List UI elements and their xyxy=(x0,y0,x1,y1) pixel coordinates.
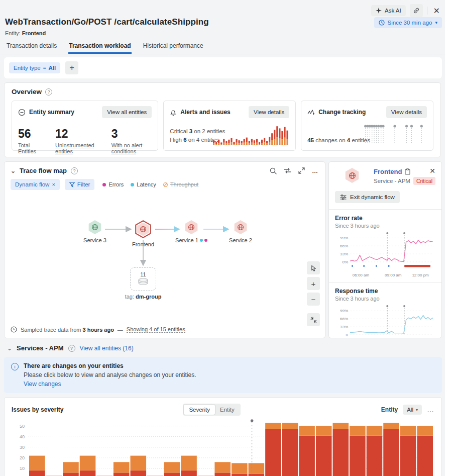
entity-summary-card: Entity summary View all entities 56Total… xyxy=(12,101,158,151)
hexagon-icon xyxy=(234,220,248,234)
change-tracking-card: Change tracking View details 45 changes … xyxy=(301,101,433,151)
add-filter-button[interactable]: + xyxy=(65,61,78,74)
clipboard-icon[interactable] xyxy=(405,168,410,175)
help-icon[interactable]: ? xyxy=(45,88,52,96)
collapse-chevron-icon[interactable]: ⌄ xyxy=(11,167,16,174)
entity-type-filter-chip[interactable]: Entity type = All xyxy=(9,62,60,73)
pointer-tool-button[interactable] xyxy=(307,261,320,274)
entity-filter-label: Entity xyxy=(381,406,398,413)
change-tracking-pin-chart xyxy=(362,123,428,146)
svg-text:0%: 0% xyxy=(342,260,348,264)
stat-label[interactable]: Uninstrumented entities xyxy=(55,142,96,154)
flow-legend: ErrorsLatencyThroughput xyxy=(102,181,198,187)
panel-entity-name[interactable]: Frontend xyxy=(374,168,402,175)
funnel-icon xyxy=(69,182,75,187)
toggle-entity[interactable]: Entity xyxy=(215,405,240,415)
close-button[interactable]: ✕ xyxy=(431,5,442,17)
alerts-mini-chart xyxy=(213,124,289,145)
svg-text:99%: 99% xyxy=(340,236,348,240)
plus-icon: + xyxy=(70,63,74,72)
chart-more-button[interactable]: … xyxy=(427,406,434,414)
zoom-out-button[interactable]: − xyxy=(307,293,320,306)
ask-ai-button[interactable]: Ask AI xyxy=(371,5,406,16)
search-icon[interactable] xyxy=(270,167,277,174)
change-tracking-view-details-button[interactable]: View details xyxy=(386,106,427,118)
filter-chip[interactable]: Filter xyxy=(65,179,95,190)
severity-label: Critical xyxy=(170,128,189,134)
bell-icon xyxy=(170,109,177,116)
chip-close-icon[interactable]: × xyxy=(52,181,55,187)
entity-summary-icon xyxy=(18,109,26,116)
entity-filter-select[interactable]: All ▾ xyxy=(403,405,422,415)
legend-item-errors[interactable]: Errors xyxy=(102,181,124,187)
alerts-issues-card: Alerts and issues View details Critical … xyxy=(163,101,296,151)
flow-node-service-3[interactable]: Service 3 xyxy=(71,220,119,244)
flow-node-frontend[interactable]: Frontend xyxy=(119,220,167,248)
critical-badge: Critical xyxy=(413,177,435,185)
showing-entities-link[interactable]: Showing 4 of 15 entities xyxy=(127,326,185,333)
entity-summary-stats: 56Total Entities12Uninstrumented entitie… xyxy=(18,127,152,154)
entity-label: Entity: xyxy=(5,30,21,36)
flow-canvas[interactable]: Service 3FrontendService 1Service 211tag… xyxy=(11,192,319,309)
more-icon[interactable]: … xyxy=(312,167,319,174)
fit-view-button[interactable] xyxy=(307,313,320,326)
toggle-severity[interactable]: Severity xyxy=(184,405,215,415)
sliders-icon xyxy=(340,195,347,200)
view-all-entities-link[interactable]: View all entities (16) xyxy=(80,345,134,352)
severity-label: High xyxy=(170,137,183,143)
expand-icon[interactable] xyxy=(298,167,305,174)
hexagon-icon xyxy=(88,220,102,234)
svg-text:99%: 99% xyxy=(340,309,348,313)
svg-text:40: 40 xyxy=(20,434,25,439)
view-all-entities-button[interactable]: View all entities xyxy=(102,106,152,118)
tab-historical-performance[interactable]: Historical performance xyxy=(143,41,204,54)
exit-dynamic-flow-button[interactable]: Exit dynamic flow xyxy=(335,191,400,203)
change-tracking-icon xyxy=(307,109,315,116)
flow-node-service-1[interactable]: Service 1 xyxy=(167,220,215,244)
tab-transaction-workload[interactable]: Transaction workload xyxy=(68,41,131,54)
chart-subtitle: Since 3 hours ago xyxy=(335,223,435,229)
services-help-icon[interactable]: ? xyxy=(68,345,75,352)
trace-status-bar: Sampled trace data from 3 hours ago — Sh… xyxy=(11,326,185,333)
tab-transaction-details[interactable]: Transaction details xyxy=(6,41,57,54)
panel-chart-error-rate: Error rateSince 3 hours ago99%66%33%0%06… xyxy=(329,210,441,279)
collapse-chevron-icon[interactable]: ⌄ xyxy=(7,345,12,352)
dynamic-flow-chip[interactable]: Dynamic flow × xyxy=(11,179,60,190)
issues-chart: 0102030405011:00 PM11:10 PM11:20 PM11:30… xyxy=(12,418,434,476)
svg-text:09:00 am: 09:00 am xyxy=(385,273,402,277)
legend-dot xyxy=(102,183,106,186)
changes-banner: i There are changes on your entities Ple… xyxy=(4,357,442,393)
clock-icon xyxy=(379,20,385,26)
legend-label: Throughput xyxy=(170,181,198,187)
filter-chip-value: All xyxy=(49,65,56,71)
stat-label[interactable]: With no alert conditions xyxy=(111,142,152,154)
db-group-tag: tag: dm-group xyxy=(113,294,173,300)
stat-value: 3 xyxy=(111,127,152,141)
time-picker[interactable]: Since 30 min ago ▾ xyxy=(374,17,442,28)
flow-settings-icon[interactable] xyxy=(284,167,291,174)
view-changes-link[interactable]: View changes xyxy=(24,380,61,388)
trace-flow-help-icon[interactable]: ? xyxy=(71,167,78,174)
chart-subtitle: Since 3 hours ago xyxy=(335,296,435,302)
chart-title: Error rate xyxy=(335,215,435,222)
alerts-view-details-button[interactable]: View details xyxy=(249,106,289,118)
legend-label: Errors xyxy=(108,181,124,187)
stat-with-no-alert-conditions: 3With no alert conditions xyxy=(111,127,152,154)
flow-node-service-2[interactable]: Service 2 xyxy=(216,220,265,244)
scrollbar-track[interactable] xyxy=(445,0,452,476)
info-icon: i xyxy=(11,363,19,370)
filter-chip-key: Entity type xyxy=(14,65,41,71)
legend-item-latency[interactable]: Latency xyxy=(131,181,156,187)
globe-icon xyxy=(137,223,150,236)
database-group-node[interactable]: 11 xyxy=(130,267,156,291)
change-tracking-summary: 45 changes on 4 entities xyxy=(307,137,370,143)
legend-item-throughput[interactable]: Throughput xyxy=(163,181,198,187)
chevron-down-icon: ▾ xyxy=(416,408,418,412)
entity-summary-title: Entity summary xyxy=(29,109,74,116)
zoom-in-button[interactable]: + xyxy=(307,277,320,290)
panel-close-button[interactable]: ✕ xyxy=(427,166,437,176)
copy-link-button[interactable] xyxy=(410,4,423,17)
trace-flow-title: Trace flow map xyxy=(20,167,67,174)
ask-ai-label: Ask AI xyxy=(385,8,401,14)
close-icon: ✕ xyxy=(433,7,440,15)
